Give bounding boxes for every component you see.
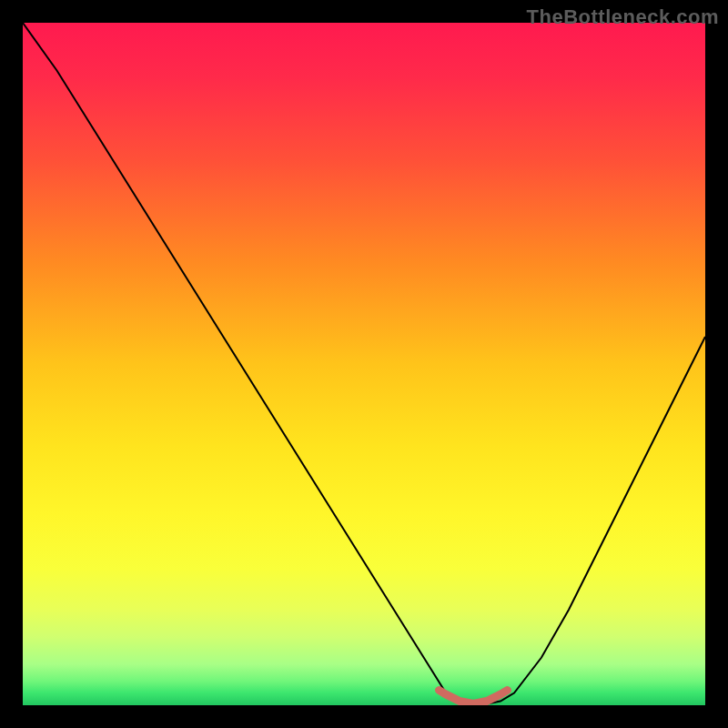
chart-plot-area	[23, 23, 705, 705]
gradient-background	[23, 23, 705, 705]
chart-svg	[23, 23, 705, 705]
chart-frame: TheBottleneck.com	[0, 0, 728, 728]
watermark-text: TheBottleneck.com	[527, 5, 719, 29]
